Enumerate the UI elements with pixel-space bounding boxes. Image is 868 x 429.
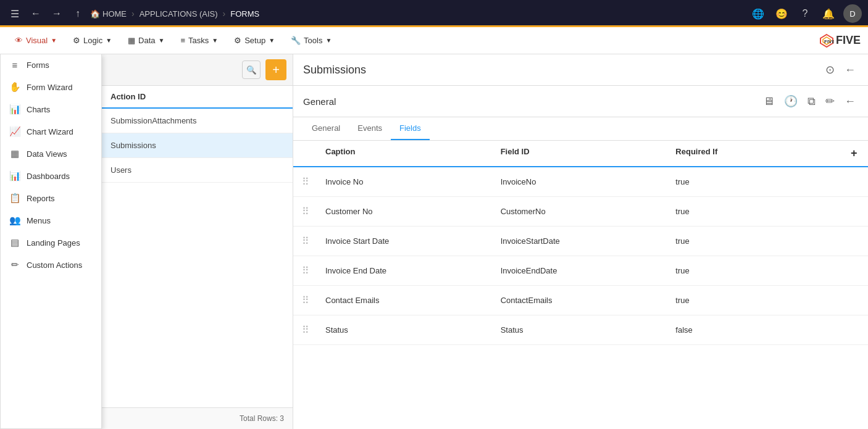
back-section-button[interactable]: ← [842, 93, 858, 110]
data-views-icon: ▦ [9, 148, 20, 159]
edit-icon[interactable]: ✏ [823, 92, 837, 110]
help-icon[interactable]: ? [796, 5, 814, 22]
th-field-id: Field ID [493, 147, 669, 160]
required-if-cell: true [668, 173, 843, 190]
dashboards-icon: 📊 [9, 170, 20, 181]
list-header: 🔍 + [102, 54, 293, 86]
list-item[interactable]: SubmissionAttachments [102, 109, 293, 133]
data-views-label: Data Views [27, 149, 67, 159]
menu-landing-pages[interactable]: ▤ Landing Pages [1, 231, 101, 254]
data-icon: ▦ [128, 36, 135, 45]
nav-logic[interactable]: ⚙ Logic ▼ [65, 32, 119, 49]
menu-data-views[interactable]: ▦ Data Views [1, 143, 101, 165]
tab-events[interactable]: Events [349, 117, 391, 140]
top-bar: ☰ ← → ↑ 🏠 HOME › APPLICATIONS (AIS) › FO… [0, 0, 868, 27]
visual-dropdown-icon: ▼ [51, 37, 57, 44]
panel-main: 🔍 + Action ID SubmissionAttachments Subm… [102, 54, 868, 429]
caption-cell: Invoice End Date [318, 262, 493, 279]
forms-menu-icon: ≡ [9, 60, 20, 70]
search-button[interactable]: 🔍 [242, 60, 261, 79]
field-id-cell: CustomerNo [493, 203, 669, 220]
nav-data[interactable]: ▦ Data ▼ [120, 32, 172, 49]
nav-tools[interactable]: 🔧 Tools ▼ [283, 32, 339, 49]
required-if-cell: true [668, 203, 843, 220]
row-action [843, 208, 868, 215]
drag-handle[interactable]: ⠿ [293, 261, 318, 280]
table-row: ⠿ Status Status false [293, 315, 868, 345]
nav-data-label: Data [138, 36, 155, 45]
th-add[interactable]: + [843, 147, 868, 160]
add-button[interactable]: + [265, 59, 286, 80]
forms-menu-label: Forms [27, 60, 49, 70]
list-item[interactable]: Submissions [102, 133, 293, 158]
field-id-cell: InvoiceEndDate [493, 262, 669, 279]
drag-handle[interactable]: ⠿ [293, 172, 318, 191]
breadcrumb-home[interactable]: 🏠 HOME [90, 9, 127, 19]
setup-dropdown-icon: ▼ [269, 37, 275, 44]
breadcrumb: 🏠 HOME › APPLICATIONS (AIS) › FORMS [90, 9, 259, 19]
nav-tasks[interactable]: ≡ Tasks ▼ [173, 32, 225, 49]
row-action [843, 297, 868, 304]
drag-handle[interactable]: ⠿ [293, 202, 318, 221]
row-action [843, 327, 868, 334]
menu-charts[interactable]: 📊 Charts [1, 98, 101, 120]
menu-chart-wizard[interactable]: 📈 Chart Wizard [1, 120, 101, 143]
menu-reports[interactable]: 📋 Reports [1, 187, 101, 209]
nav-setup[interactable]: ⚙ Setup ▼ [227, 32, 282, 49]
chart-wizard-icon: 📈 [9, 126, 20, 137]
home-icon: 🏠 [90, 9, 100, 19]
drag-handle[interactable]: ⠿ [293, 231, 318, 251]
avatar[interactable]: D [843, 4, 862, 23]
field-id-cell: ContactEmails [493, 292, 669, 309]
nav-visual[interactable]: 👁 Visual ▼ [7, 32, 64, 49]
breadcrumb-forms[interactable]: FORMS [230, 9, 259, 19]
nav-setup-label: Setup [244, 36, 265, 45]
copy-icon[interactable]: ⧉ [805, 93, 818, 110]
charts-label: Charts [27, 105, 50, 114]
breadcrumb-sep-2: › [223, 9, 226, 19]
detail-panel: Submissions ⊙ ← General 🖥 🕐 ⧉ ✏ ← [293, 54, 868, 429]
breadcrumb-sep-1: › [131, 9, 135, 19]
menu-dashboards[interactable]: 📊 Dashboards [1, 165, 101, 187]
breadcrumb-ais[interactable]: APPLICATIONS (AIS) [140, 9, 218, 19]
secondary-nav: 👁 Visual ▼ ⚙ Logic ▼ ▦ Data ▼ ≡ Tasks ▼ … [0, 27, 868, 54]
drag-handle[interactable]: ⠿ [293, 320, 318, 339]
menu-menus[interactable]: 👥 Menus [1, 209, 101, 231]
tab-fields[interactable]: Fields [391, 117, 430, 140]
tab-general[interactable]: General [303, 117, 349, 140]
monitor-icon[interactable]: 🖥 [761, 93, 777, 110]
nav-tools-label: Tools [304, 36, 322, 45]
list-item[interactable]: Users [102, 158, 293, 183]
logic-icon: ⚙ [73, 36, 80, 45]
menu-custom-actions[interactable]: ✏ Custom Actions [1, 254, 101, 276]
drag-handle[interactable]: ⠿ [293, 291, 318, 310]
reports-label: Reports [27, 194, 55, 203]
section-actions: 🖥 🕐 ⧉ ✏ ← [761, 92, 858, 110]
menu-form-wizard[interactable]: ✋ Form Wizard [1, 76, 101, 98]
back-button[interactable]: ← [27, 5, 44, 22]
required-if-cell: true [668, 262, 843, 279]
global-icon[interactable]: 🌐 [749, 5, 767, 22]
top-bar-left: ☰ ← → ↑ 🏠 HOME › APPLICATIONS (AIS) › FO… [6, 5, 259, 22]
menu-icon[interactable]: ☰ [6, 5, 23, 22]
logic-dropdown-icon: ▼ [106, 37, 112, 44]
form-wizard-label: Form Wizard [27, 83, 72, 92]
forward-button[interactable]: → [48, 5, 65, 22]
chart-wizard-label: Chart Wizard [27, 127, 73, 136]
back-detail-button[interactable]: ← [842, 61, 858, 79]
caption-cell: Contact Emails [318, 292, 493, 309]
previous-button[interactable]: ⊙ [823, 60, 837, 79]
visual-dropdown-menu: ≡ Forms ✋ Form Wizard 📊 Charts 📈 Chart W… [0, 54, 102, 429]
menus-icon: 👥 [9, 215, 20, 226]
fields-table: Caption Field ID Required If + ⠿ Invoice… [293, 141, 868, 429]
notifications-icon[interactable]: 🔔 [820, 5, 837, 22]
menu-forms[interactable]: ≡ Forms [1, 54, 101, 76]
th-drag [293, 147, 318, 160]
history-icon[interactable]: 🕐 [782, 92, 800, 110]
detail-section-header: General 🖥 🕐 ⧉ ✏ ← [293, 86, 868, 117]
content-area: 🔍 + Action ID SubmissionAttachments Subm… [102, 54, 868, 429]
support-icon[interactable]: 😊 [773, 5, 790, 22]
row-action [843, 178, 868, 186]
up-button[interactable]: ↑ [69, 5, 86, 22]
menus-label: Menus [27, 216, 51, 225]
